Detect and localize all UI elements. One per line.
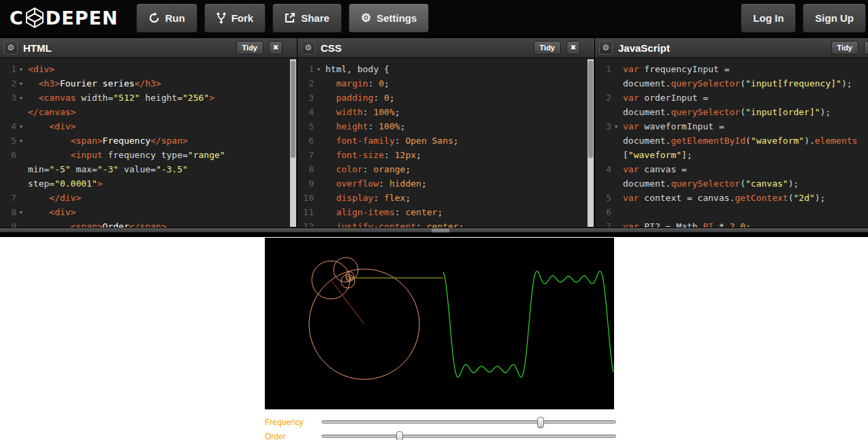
signup-button[interactable]: Sign Up [803,3,866,33]
resizer-grip-icon[interactable] [432,229,449,232]
fork-icon [216,12,226,24]
line-number: 3 [595,119,611,133]
code-line: 1var frequencyInput = [595,62,868,76]
css-panel-title: CSS [321,42,528,54]
line-number: 8 [298,162,314,176]
html-panel-header: ⚙ HTML Tidy ✖ [0,38,297,58]
login-button[interactable]: Log In [741,3,796,33]
line-number: 3 [298,91,314,105]
html-close-icon[interactable]: ✖ [269,41,283,54]
line-number: 7 [595,219,611,227]
line-number: 10 [298,191,314,205]
run-label: Run [165,12,185,24]
top-header: C DEPEN Run Fork Share ⚙ [0,0,868,35]
html-scrollbar-thumb[interactable] [291,61,295,158]
preview-top-border [0,232,868,237]
code-line: 7 font-size: 12px; [298,148,594,162]
code-line: min="-5" max="-3" value="-3.5" [0,162,297,176]
codepen-cube-icon [26,7,44,28]
line-number: 6 [0,148,16,162]
line-number: 4 [0,119,16,133]
preview-controls: Frequency Order [265,415,616,440]
fold-arrow-icon[interactable]: ▾ [16,119,26,133]
fold-arrow-icon[interactable]: ▾ [16,62,26,76]
horizontal-resizer[interactable] [0,227,868,232]
code-line: 2 margin: 0; [298,76,594,91]
code-line: document.querySelector("input[order]"); [595,105,868,119]
js-code-editor[interactable]: 1var frequencyInput =document.querySelec… [595,58,868,227]
line-number: 6 [595,205,611,219]
line-number [0,162,16,176]
fold-arrow-icon[interactable]: ▾ [314,62,323,76]
html-panel-title: HTML [23,42,231,54]
line-number: 9 [0,219,16,227]
fold-arrow-icon[interactable]: ▾ [16,91,26,105]
code-line: 10 display: flex; [298,191,594,205]
code-line: 4var canvas = [595,162,868,176]
preview-canvas [265,238,614,409]
css-code-editor[interactable]: 1▾html, body {2 margin: 0;3 padding: 0;4… [298,58,594,227]
radius-pointer-line [331,280,364,324]
code-line: document.querySelector("canvas"); [595,176,868,191]
code-line: 12 justify-content: center; [298,219,594,227]
code-line: 4 width: 100%; [298,105,594,119]
code-line: 11 align-items: center; [298,205,594,219]
line-number: 2 [595,91,611,105]
fork-button[interactable]: Fork [204,3,266,33]
css-close-icon[interactable]: ✖ [566,41,580,54]
run-button[interactable]: Run [136,3,197,33]
code-line: 5var context = canvas.getContext("2d"); [595,191,868,205]
line-number: 1 [0,62,16,76]
fold-arrow-icon[interactable]: ▾ [611,119,621,133]
line-number: 3 [0,91,16,105]
code-line: 7var PI2 = Math.PI * 2.0; [595,219,868,227]
code-line: 5 height: 100%; [298,119,594,133]
auth-buttons: Log In Sign Up [741,3,868,33]
settings-button[interactable]: ⚙ Settings [349,3,429,33]
line-number: 5 [298,119,314,133]
html-panel-gear-icon[interactable]: ⚙ [4,41,18,54]
html-tidy-button[interactable]: Tidy [236,41,263,54]
css-scrollbar-thumb[interactable] [588,61,593,158]
line-number: 5 [0,133,16,148]
order-slider[interactable] [321,431,616,440]
code-line: ["waveform"]; [595,148,868,162]
code-line: 3 padding: 0; [298,91,594,105]
logo-text-c: C [10,7,24,29]
codepen-logo[interactable]: C DEPEN [10,7,118,29]
code-line: 8▾ <div> [0,205,297,219]
js-tidy-button[interactable]: Tidy [831,41,858,54]
code-line: 8 color: orange; [298,162,594,176]
fold-arrow-icon[interactable]: ▾ [16,133,26,148]
editor-panels-row: ⚙ HTML Tidy ✖ 1▾<div>2▾ <h3>Fourier seri… [0,35,868,227]
line-number [0,105,16,119]
css-panel-gear-icon[interactable]: ⚙ [302,41,315,54]
html-editor-panel: ⚙ HTML Tidy ✖ 1▾<div>2▾ <h3>Fourier seri… [0,38,297,227]
code-line: step="0.0001"> [0,176,297,191]
frequency-slider[interactable] [321,417,616,428]
css-editor-panel: ⚙ CSS Tidy ✖ 1▾html, body {2 margin: 0;3… [298,38,594,227]
fold-arrow-icon[interactable]: ▾ [16,205,26,219]
code-line: 1▾<div> [0,62,297,76]
js-panel-title: JavaScript [618,42,826,54]
js-close-icon[interactable]: ✖ [864,41,868,54]
code-line: document.querySelector("input[frequency]… [595,76,868,91]
css-tidy-button[interactable]: Tidy [534,41,561,54]
line-number: 1 [595,62,611,76]
share-button[interactable]: Share [272,3,342,33]
code-line: 3▾var waveformInput = [595,119,868,133]
line-number: 12 [298,219,314,227]
code-line: 4▾ <div> [0,119,297,133]
line-number: 11 [298,205,314,219]
html-editor-scrollbar [290,59,296,227]
preview-pane: Frequency Order [0,237,868,440]
line-number [595,105,611,119]
code-line: 9 <span>Order</span> [0,219,297,227]
line-number: 7 [298,148,314,162]
html-code-editor[interactable]: 1▾<div>2▾ <h3>Fourier series</h3>3▾ <can… [0,58,297,227]
frequency-control-row: Frequency [265,415,616,429]
js-panel-gear-icon[interactable]: ⚙ [599,41,613,54]
fourier-visualization [265,238,614,409]
fold-arrow-icon[interactable]: ▾ [16,76,26,91]
line-number: 7 [0,191,16,205]
